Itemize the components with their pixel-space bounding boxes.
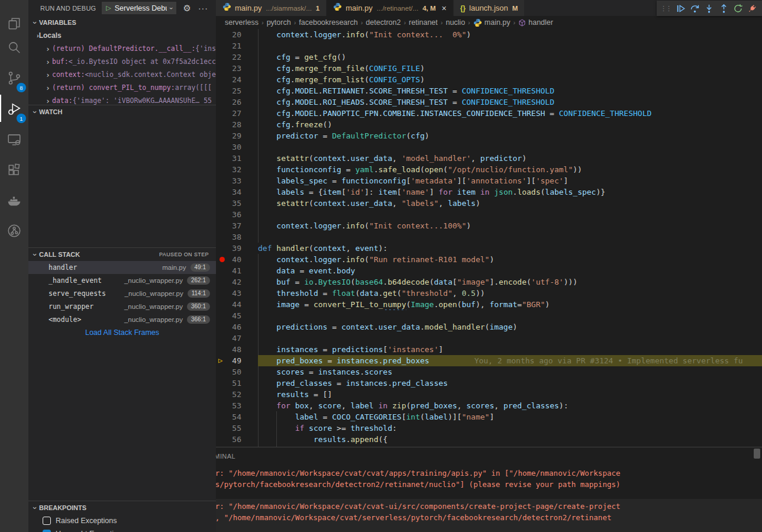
gutter[interactable]: 32 <box>216 164 258 175</box>
gutter[interactable]: 45 <box>216 310 258 321</box>
restart-icon[interactable] <box>731 1 745 15</box>
gutter[interactable]: 34 <box>216 186 258 198</box>
gutter[interactable]: 56 <box>216 434 258 445</box>
gutter[interactable]: 43 <box>216 288 258 299</box>
gutter[interactable]: 37 <box>216 220 258 231</box>
code-line[interactable]: 35 setattr(context.user_data, "labels", … <box>216 198 762 209</box>
gutter[interactable]: 47 <box>216 333 258 344</box>
code-line[interactable]: 24 cfg.merge_from_list(CONFIG_OPTS) <box>216 74 762 85</box>
remote-explorer-icon[interactable] <box>0 128 28 151</box>
gutter[interactable]: 33 <box>216 175 258 186</box>
code-line[interactable]: 56 results.append({ <box>216 434 762 445</box>
gutter[interactable]: 38 <box>216 231 258 243</box>
code-line[interactable]: 43 threshold = float(data.get("threshold… <box>216 288 762 299</box>
source-control-icon[interactable]: 8 <box>0 66 28 90</box>
explorer-icon[interactable] <box>0 12 28 36</box>
git-graph-icon[interactable] <box>0 219 28 243</box>
close-icon[interactable]: × <box>442 4 447 13</box>
gutter[interactable]: 40 <box>216 254 258 265</box>
code-line[interactable]: 44 image = convert_PIL_to_numpy(Image.op… <box>216 299 762 310</box>
gutter[interactable]: 46 <box>216 321 258 333</box>
watch-header[interactable]: › WATCH <box>28 105 216 118</box>
gutter[interactable]: 41 <box>216 265 258 276</box>
variable-row[interactable]: ›data: {'image': 'iVBORw0KG…AAAANSUhE… 5… <box>28 94 216 105</box>
code-line[interactable]: 32 functionconfig = yaml.safe_load(open(… <box>216 164 762 175</box>
variable-row[interactable]: ›context: <nuclio_sdk.context.Context ob… <box>28 68 216 81</box>
variables-header[interactable]: › VARIABLES <box>28 16 216 29</box>
code-line[interactable]: 51 pred_classes = instances.pred_classes <box>216 378 762 389</box>
code-editor[interactable]: 20 context.logger.info("Init context... … <box>216 29 762 447</box>
variable-row[interactable]: ›(return) DefaultPredictor.__call__: {'i… <box>28 42 216 55</box>
gutter[interactable]: ▷49 <box>216 355 258 366</box>
gutter[interactable]: 26 <box>216 96 258 108</box>
breakpoint-row[interactable]: Raised Exceptions <box>28 514 216 527</box>
gutter[interactable]: 35 <box>216 198 258 209</box>
gutter[interactable]: 20 <box>216 29 258 40</box>
stack-frame-row[interactable]: handlermain.py49:1 <box>28 261 216 274</box>
code-line[interactable]: 42 buf = io.BytesIO(base64.b64decode(dat… <box>216 276 762 288</box>
editor-tab[interactable]: main.py.../retinanet/...4, M× <box>327 0 453 16</box>
gripper-icon[interactable]: ⋮⋮ <box>660 5 671 12</box>
checkbox-unchecked-icon[interactable] <box>43 517 51 525</box>
code-line[interactable]: ▷49 pred_boxes = instances.pred_boxesYou… <box>216 355 762 366</box>
code-line[interactable]: 27 cfg.MODEL.PANOPTIC_FPN.COMBINE.INSTAN… <box>216 108 762 119</box>
editor-tab[interactable]: main.py.../siammask/...1 <box>216 0 326 16</box>
stack-frame-row[interactable]: run_wrapper_nuclio_wrapper.py360:1 <box>28 300 216 313</box>
checkbox-checked-icon[interactable]: ✓ <box>43 530 51 532</box>
breadcrumb-item[interactable]: facebookresearch <box>299 18 357 27</box>
code-line[interactable]: 30 <box>216 141 762 153</box>
gutter[interactable]: 44 <box>216 299 258 310</box>
step-out-icon[interactable] <box>716 1 731 15</box>
gutter[interactable]: 31 <box>216 153 258 164</box>
breadcrumb-item[interactable]: pytorch <box>267 18 291 27</box>
gutter[interactable]: 53 <box>216 400 258 411</box>
disconnect-icon[interactable] <box>745 1 760 15</box>
code-line[interactable]: 36 <box>216 209 762 220</box>
continue-icon[interactable] <box>673 1 687 15</box>
gear-icon[interactable]: ⚙ <box>183 3 190 14</box>
code-line[interactable]: 21 <box>216 40 762 51</box>
gutter[interactable]: 50 <box>216 366 258 378</box>
stack-frame-row[interactable]: serve_requests_nuclio_wrapper.py114:1 <box>28 287 216 300</box>
docker-icon[interactable] <box>0 189 28 213</box>
call-stack-header[interactable]: › CALL STACK PAUSED ON STEP <box>28 248 216 261</box>
code-line[interactable]: 33 labels_spec = functionconfig['metadat… <box>216 175 762 186</box>
breakpoint-row[interactable]: ✓Uncaught Exceptions <box>28 527 216 532</box>
stack-frame-row[interactable]: <module>_nuclio_wrapper.py366:1 <box>28 313 216 326</box>
run-and-debug-icon[interactable]: 1 <box>0 97 28 121</box>
step-into-icon[interactable] <box>702 1 716 15</box>
gutter[interactable]: 48 <box>216 344 258 355</box>
code-line[interactable]: 23 cfg.merge_from_file(CONFIG_FILE) <box>216 63 762 74</box>
code-line[interactable]: 20 context.logger.info("Init context... … <box>216 29 762 40</box>
editor-tab[interactable]: {}launch.jsonM <box>454 0 525 16</box>
breadcrumb-item[interactable]: retinanet <box>409 18 438 27</box>
panel-scrollbar[interactable] <box>754 449 760 459</box>
gutter[interactable]: 22 <box>216 51 258 63</box>
gutter[interactable]: 21 <box>216 40 258 51</box>
gutter[interactable]: 51 <box>216 378 258 389</box>
gutter[interactable]: 27 <box>216 108 258 119</box>
code-line[interactable]: 31 setattr(context.user_data, 'model_han… <box>216 153 762 164</box>
code-line[interactable]: 40 context.logger.info("Run retinanet-R1… <box>216 254 762 265</box>
code-line[interactable]: 53 for box, score, label in zip(pred_box… <box>216 400 762 411</box>
breadcrumb-item[interactable]: main.py <box>473 18 511 27</box>
code-line[interactable]: 26 cfg.MODEL.ROI_HEADS.SCORE_THRESH_TEST… <box>216 96 762 108</box>
gutter[interactable]: 30 <box>216 141 258 153</box>
launch-config-dropdown[interactable]: ▷ Serverless Debug › <box>102 2 176 14</box>
ellipsis-icon[interactable]: ··· <box>198 4 208 13</box>
code-line[interactable]: 25 cfg.MODEL.RETINANET.SCORE_THRESH_TEST… <box>216 85 762 96</box>
variables-scope[interactable]: › Locals <box>28 29 216 42</box>
breadcrumb-item[interactable]: serverless <box>225 18 259 27</box>
variable-row[interactable]: ›buf: <_io.BytesIO object at 0x7f5a2dc1e… <box>28 55 216 68</box>
stack-frame-row[interactable]: _handle_event_nuclio_wrapper.py262:1 <box>28 274 216 287</box>
gutter[interactable]: 25 <box>216 85 258 96</box>
gutter[interactable]: 54 <box>216 411 258 423</box>
gutter[interactable]: 52 <box>216 389 258 400</box>
code-line[interactable]: 41 data = event.body <box>216 265 762 276</box>
step-over-icon[interactable] <box>687 1 702 15</box>
code-line[interactable]: 55 if score >= threshold: <box>216 423 762 434</box>
extensions-icon[interactable] <box>0 159 28 182</box>
code-line[interactable]: 28 cfg.freeze() <box>216 119 762 130</box>
variable-row[interactable]: ›(return) convert_PIL_to_numpy: array([[… <box>28 81 216 94</box>
gutter[interactable]: 55 <box>216 423 258 434</box>
